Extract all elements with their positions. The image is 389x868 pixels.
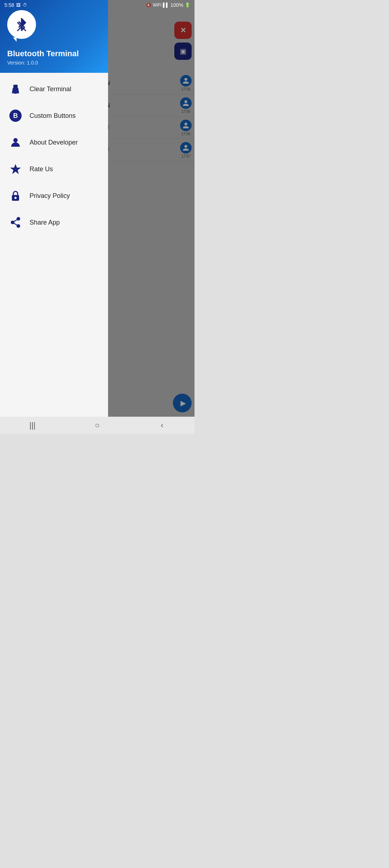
status-right: 🔇 WiFi ▌▌ 100% 🔋 <box>146 2 190 8</box>
status-time: 5:58 <box>4 2 14 8</box>
clock-icon: ⏱ <box>23 3 27 8</box>
wifi-icon: WiFi <box>153 3 161 8</box>
app-version: Version: 1.0.0 <box>7 60 101 66</box>
bluetooth-logo <box>7 10 36 39</box>
menu-item-clear-terminal[interactable]: Clear Terminal <box>0 76 108 102</box>
menu-item-privacy-policy[interactable]: Privacy Policy <box>0 182 108 209</box>
navigation-drawer: Bluetooth Terminal Version: 1.0.0 Clear … <box>0 0 108 417</box>
signal-icon: ▌▌ <box>163 3 169 8</box>
svg-rect-2 <box>14 89 17 94</box>
share-app-label: Share App <box>30 219 60 226</box>
lock-icon <box>9 189 22 203</box>
clear-terminal-label: Clear Terminal <box>30 85 71 93</box>
custom-buttons-icon: B <box>9 109 22 123</box>
home-button[interactable]: ○ <box>86 418 108 433</box>
menu-item-rate-us[interactable]: Rate Us <box>0 156 108 182</box>
drawer-menu: Clear Terminal B Custom Buttons About De… <box>0 73 108 417</box>
svg-rect-0 <box>13 85 18 88</box>
navigation-bar: ||| ○ ‹ <box>0 417 194 434</box>
privacy-policy-label: Privacy Policy <box>30 192 70 200</box>
battery-icon: 🔋 <box>185 3 190 8</box>
drawer-title-block: Bluetooth Terminal Version: 1.0.0 <box>7 49 101 66</box>
svg-line-10 <box>13 219 18 222</box>
back-button[interactable]: ‹ <box>151 418 173 433</box>
status-bar: 5:58 🖼 ⏱ 🔇 WiFi ▌▌ 100% 🔋 <box>0 0 194 10</box>
custom-buttons-label: Custom Buttons <box>30 112 76 120</box>
app-name: Bluetooth Terminal <box>7 49 101 58</box>
app-logo-wrap <box>7 10 36 39</box>
menu-item-custom-buttons[interactable]: B Custom Buttons <box>0 102 108 129</box>
svg-point-6 <box>14 197 17 199</box>
broom-icon <box>9 82 22 96</box>
mute-icon: 🔇 <box>146 3 151 8</box>
svg-point-3 <box>13 138 18 142</box>
drawer-logo-row <box>7 10 101 39</box>
star-icon <box>9 162 22 176</box>
rate-us-label: Rate Us <box>30 165 53 173</box>
recents-button[interactable]: ||| <box>22 418 43 433</box>
svg-line-11 <box>13 222 18 226</box>
share-icon <box>9 216 22 229</box>
about-developer-label: About Developer <box>30 139 78 146</box>
drawer-header: Bluetooth Terminal Version: 1.0.0 <box>0 0 108 73</box>
battery: 100% <box>170 2 183 8</box>
svg-marker-4 <box>10 164 21 174</box>
gallery-icon: 🖼 <box>16 3 21 8</box>
person-icon <box>9 136 22 149</box>
menu-item-about-developer[interactable]: About Developer <box>0 129 108 156</box>
status-left: 5:58 🖼 ⏱ <box>4 2 27 8</box>
menu-item-share-app[interactable]: Share App <box>0 209 108 236</box>
